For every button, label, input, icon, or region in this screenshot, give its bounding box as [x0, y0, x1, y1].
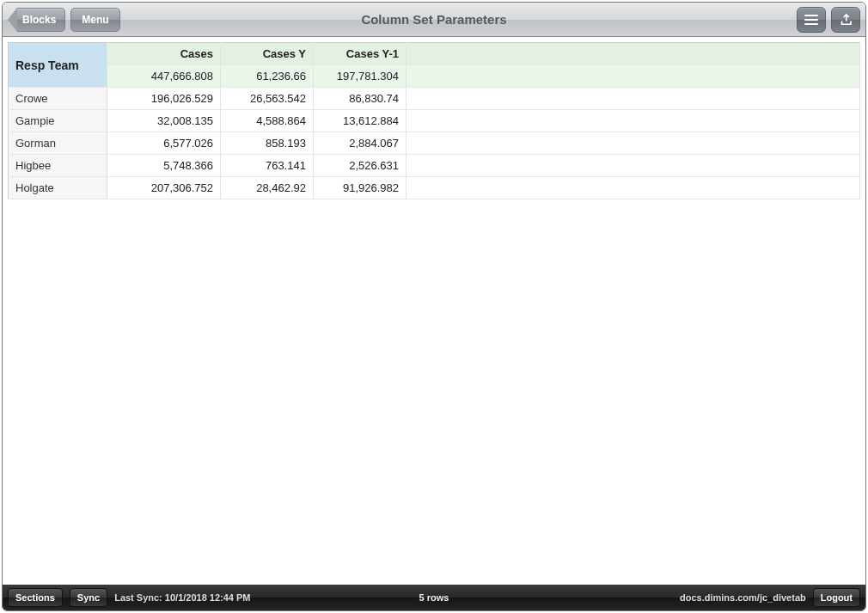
data-cell: 196,026.529 [107, 88, 221, 110]
row-header-cell[interactable]: Resp Team [9, 43, 107, 88]
data-cell: 26,563.542 [221, 88, 314, 110]
data-cell-fill [406, 177, 860, 199]
table-row[interactable]: Crowe196,026.52926,563.54286,830.74 [9, 88, 860, 110]
data-cell: 2,526.631 [314, 155, 406, 177]
data-cell: 91,926.982 [314, 177, 406, 199]
row-name-cell: Holgate [9, 177, 107, 199]
data-cell: 13,612.884 [314, 110, 406, 132]
data-cell: 6,577.026 [107, 132, 221, 155]
share-button[interactable] [831, 7, 860, 33]
table-container: Resp Team Cases Cases Y Cases Y-1 447,66… [3, 37, 865, 585]
row-name-cell: Gampie [9, 110, 107, 132]
col-header-fill [406, 43, 860, 65]
table-row[interactable]: Gorman6,577.026858.1932,884.067 [9, 132, 860, 155]
back-arrow-icon [8, 8, 17, 32]
menu-button-label: Menu [82, 14, 108, 26]
table-header-row: Resp Team Cases Cases Y Cases Y-1 [9, 43, 860, 65]
data-cell: 28,462.92 [221, 177, 314, 199]
status-bar: Sections Sync Last Sync: 10/1/2018 12:44… [3, 585, 865, 610]
col-header[interactable]: Cases [107, 43, 221, 65]
data-cell: 763.141 [221, 155, 314, 177]
col-header[interactable]: Cases Y-1 [314, 43, 406, 65]
row-name-cell: Higbee [9, 155, 107, 177]
data-cell: 5,748.366 [107, 155, 221, 177]
data-cell: 32,008.135 [107, 110, 221, 132]
data-cell-fill [406, 155, 860, 177]
app-window: Blocks Menu Column Set Parameters [2, 2, 866, 611]
data-cell: 858.193 [221, 132, 314, 155]
domain-text: docs.dimins.com/jc_divetab [680, 592, 806, 603]
logout-label: Logout [821, 592, 853, 603]
table-row[interactable]: Holgate207,306.75228,462.9291,926.982 [9, 177, 860, 199]
header-bar: Blocks Menu Column Set Parameters [3, 3, 865, 37]
data-cell-fill [406, 132, 860, 155]
total-cell-fill [406, 65, 860, 88]
sync-label: Sync [77, 592, 100, 603]
data-cell-fill [406, 88, 860, 110]
page-title: Column Set Parameters [3, 12, 865, 27]
data-table: Resp Team Cases Cases Y Cases Y-1 447,66… [8, 42, 860, 199]
data-cell: 86,830.74 [314, 88, 406, 110]
data-cell-fill [406, 110, 860, 132]
menu-button[interactable]: Menu [70, 8, 119, 32]
table-row[interactable]: Higbee5,748.366763.1412,526.631 [9, 155, 860, 177]
last-sync-text: Last Sync: 10/1/2018 12:44 PM [114, 592, 250, 603]
sections-label: Sections [15, 592, 55, 603]
row-name-cell: Crowe [9, 88, 107, 110]
options-button[interactable] [797, 7, 826, 33]
sync-button[interactable]: Sync [70, 588, 107, 607]
total-cell: 447,666.808 [107, 65, 221, 88]
back-button[interactable]: Blocks [8, 8, 65, 32]
data-cell: 2,884.067 [314, 132, 406, 155]
back-button-label: Blocks [17, 8, 65, 32]
share-icon [838, 12, 853, 28]
totals-row: 447,666.808 61,236.66 197,781.304 [9, 65, 860, 88]
sections-button[interactable]: Sections [8, 588, 63, 607]
table-row[interactable]: Gampie32,008.1354,588.86413,612.884 [9, 110, 860, 132]
total-cell: 197,781.304 [314, 65, 406, 88]
hamburger-icon [804, 15, 818, 25]
data-cell: 4,588.864 [221, 110, 314, 132]
row-name-cell: Gorman [9, 132, 107, 155]
total-cell: 61,236.66 [221, 65, 314, 88]
logout-button[interactable]: Logout [813, 588, 860, 607]
data-cell: 207,306.752 [107, 177, 221, 199]
col-header[interactable]: Cases Y [221, 43, 314, 65]
